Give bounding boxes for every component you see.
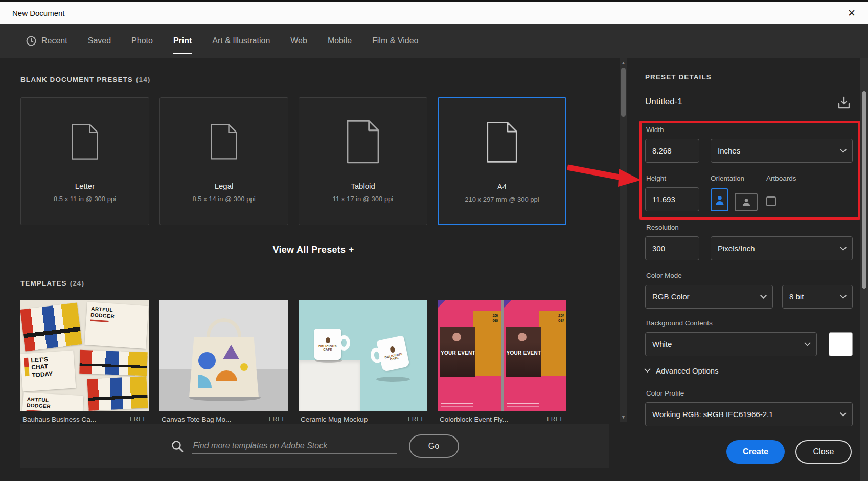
template-name: Ceramic Mug Mockup xyxy=(301,416,368,423)
background-contents-dropdown[interactable]: White xyxy=(645,332,817,356)
tab-photo[interactable]: Photo xyxy=(131,24,153,58)
tab-saved[interactable]: Saved xyxy=(88,24,111,58)
close-button[interactable]: Close xyxy=(795,440,852,464)
flyer-text-lines xyxy=(507,403,539,404)
preset-card-tabloid[interactable]: Tabloid 11 x 17 in @ 300 ppi xyxy=(299,97,427,225)
preset-card-letter[interactable]: Letter 8.5 x 11 in @ 300 ppi xyxy=(20,97,149,225)
templates-heading-text: TEMPLATES xyxy=(20,279,67,287)
template-card-flyer[interactable]: 25/ 08/ YOUR EVENT 25/ 08/ YOUR EVENT Co… xyxy=(438,300,566,427)
tab-label: Recent xyxy=(41,36,67,46)
height-input[interactable] xyxy=(645,187,699,211)
preset-card-legal[interactable]: Legal 8.5 x 14 in @ 300 ppi xyxy=(159,97,288,225)
search-icon xyxy=(171,440,184,453)
chevron-down-icon xyxy=(760,292,767,299)
flyer-date-text: 25/ 08/ xyxy=(558,313,564,323)
document-icon xyxy=(71,106,99,178)
orientation-portrait-button[interactable] xyxy=(711,188,728,211)
chevron-down-icon xyxy=(804,340,811,346)
tote-shape-halfcircle xyxy=(216,370,237,381)
template-thumbnail-bauhaus: ARTFUL DODGER LET'S CHAT TODAY ARTFUL DO… xyxy=(20,300,149,411)
background-color-swatch[interactable] xyxy=(829,332,853,356)
tab-web[interactable]: Web xyxy=(290,24,307,58)
template-card-tote[interactable]: Canvas Tote Bag Mo... FREE xyxy=(159,300,288,427)
scroll-up-arrow-icon[interactable]: ▲ xyxy=(620,60,627,65)
tote-bag xyxy=(189,337,259,397)
color-profile-dropdown[interactable]: Working RGB: sRGB IEC61966-2.1 xyxy=(645,402,853,426)
preset-details-heading: PRESET DETAILS xyxy=(645,73,712,81)
tab-film-video[interactable]: Film & Video xyxy=(372,24,418,58)
create-button[interactable]: Create xyxy=(726,440,785,464)
document-name-field[interactable]: Untitled-1 xyxy=(645,97,829,107)
resolution-input[interactable] xyxy=(645,236,699,260)
landscape-person-icon xyxy=(741,198,752,207)
preset-name: A4 xyxy=(497,182,507,191)
resolution-unit-dropdown[interactable]: Pixels/Inch xyxy=(711,236,853,260)
presets-heading: BLANK DOCUMENT PRESETS(14) xyxy=(20,76,150,83)
flyer-date-text: 25/ 08/ xyxy=(492,313,498,323)
tab-label: Print xyxy=(173,36,192,46)
tab-recent[interactable]: Recent xyxy=(26,24,67,58)
bit-depth-dropdown[interactable]: 8 bit xyxy=(782,285,853,309)
tab-mobile[interactable]: Mobile xyxy=(328,24,352,58)
background-contents-label: Background Contents xyxy=(646,319,713,327)
chevron-down-icon xyxy=(840,410,847,417)
document-icon xyxy=(346,106,380,178)
bauhaus-pattern-card xyxy=(87,376,148,411)
save-preset-icon[interactable] xyxy=(836,95,852,111)
bauhaus-red-accent xyxy=(90,319,108,322)
preset-card-row: Letter 8.5 x 11 in @ 300 ppi Legal 8.5 x… xyxy=(20,97,566,225)
artboards-label: Artboards xyxy=(766,174,796,182)
orientation-label: Orientation xyxy=(711,174,744,182)
width-unit-value: Inches xyxy=(718,146,740,155)
template-name: Colorblock Event Fly... xyxy=(440,416,508,423)
template-name: Bauhaus Business Ca... xyxy=(22,416,96,423)
template-thumbnail-tote xyxy=(159,300,288,411)
bauhaus-pattern-card xyxy=(20,302,82,351)
flyer-corner-mark xyxy=(438,300,446,308)
orientation-landscape-button[interactable] xyxy=(735,193,758,211)
scroll-down-arrow-icon[interactable]: ▼ xyxy=(620,414,627,420)
free-badge: FREE xyxy=(130,416,147,423)
templates-heading: TEMPLATES(24) xyxy=(20,279,84,287)
artboards-checkbox[interactable] xyxy=(766,196,776,206)
tab-art-illustration[interactable]: Art & Illustration xyxy=(212,24,270,58)
template-card-bauhaus[interactable]: ARTFUL DODGER LET'S CHAT TODAY ARTFUL DO… xyxy=(20,300,149,427)
document-name-underline xyxy=(645,115,853,115)
mug-logo-text: DELICIOUS CAFE xyxy=(314,337,341,351)
stock-search-input[interactable] xyxy=(192,438,397,454)
preset-size: 8.5 x 14 in @ 300 ppi xyxy=(192,195,255,203)
color-mode-dropdown[interactable]: RGB Color xyxy=(645,285,773,309)
tote-shape-circle xyxy=(198,352,216,369)
go-button[interactable]: Go xyxy=(409,434,459,458)
mug-right: DELICIOUS CAFE xyxy=(376,335,410,372)
tab-label: Film & Video xyxy=(372,36,418,46)
width-input[interactable] xyxy=(645,139,699,163)
tab-print[interactable]: Print xyxy=(173,24,192,58)
bauhaus-chat-text: LET'S CHAT TODAY xyxy=(31,355,61,379)
width-unit-dropdown[interactable]: Inches xyxy=(711,139,853,163)
page-scrollbar[interactable] xyxy=(860,58,868,481)
bauhaus-text-card: ARTFUL DODGER xyxy=(84,302,149,349)
mug-pedestal xyxy=(299,360,360,411)
chevron-down-icon xyxy=(840,292,847,299)
close-icon[interactable]: ✕ xyxy=(848,8,856,18)
advanced-options-toggle[interactable]: Advanced Options xyxy=(645,366,719,375)
width-label: Width xyxy=(646,126,664,134)
mug-left: DELICIOUS CAFE xyxy=(314,329,341,360)
bauhaus-chat-card: LET'S CHAT TODAY xyxy=(20,350,76,391)
tab-label: Web xyxy=(290,36,307,46)
view-all-presets-link[interactable]: View All Presets + xyxy=(0,245,627,255)
dialog-titlebar: New Document ✕ xyxy=(0,0,868,24)
color-profile-value: Working RGB: sRGB IEC61966-2.1 xyxy=(652,410,773,419)
stock-search-bar: Go xyxy=(20,424,609,468)
tote-shape-quarter xyxy=(198,375,212,388)
content-scrollbar[interactable]: ▲ ▼ xyxy=(620,58,627,422)
content-scrollbar-thumb[interactable] xyxy=(621,68,626,117)
bauhaus-text-card: ARTFUL DODGER xyxy=(22,392,84,411)
preset-size: 210 x 297 mm @ 300 ppi xyxy=(465,195,539,203)
preset-name: Tabloid xyxy=(351,182,375,190)
page-scrollbar-thumb[interactable] xyxy=(862,91,866,289)
tote-shape-triangle xyxy=(223,345,239,359)
preset-card-a4[interactable]: A4 210 x 297 mm @ 300 ppi xyxy=(438,97,566,225)
template-card-mug[interactable]: DELICIOUS CAFE DELICIOUS CAFE Ceramic Mu… xyxy=(299,300,427,427)
